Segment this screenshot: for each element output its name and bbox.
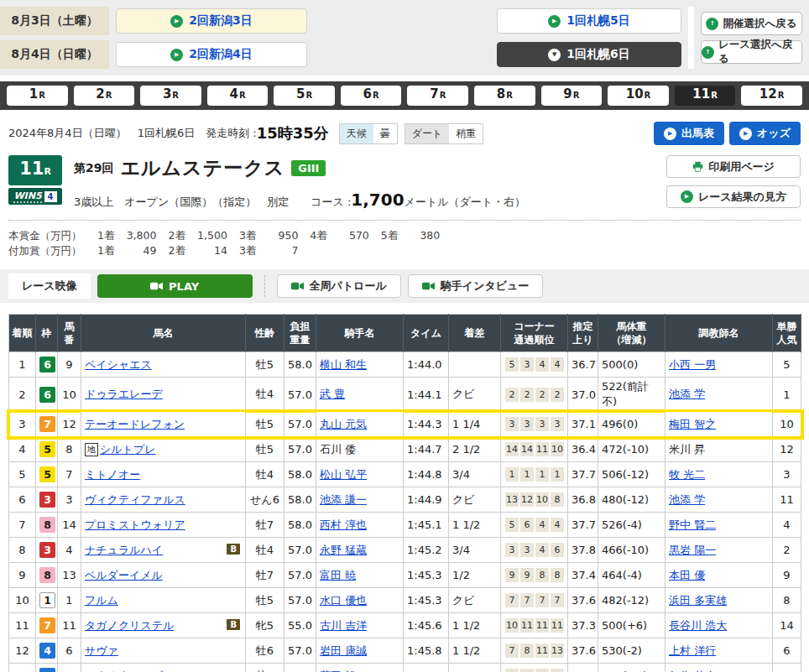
- jockey-link[interactable]: 水口 優也: [320, 594, 367, 607]
- nav-row-sunday: 8月4日（日曜） ▶2回新潟4日 ▼1回札幌6日: [0, 40, 688, 69]
- race-tab-7r[interactable]: 7R: [407, 86, 468, 106]
- body-weight: 506(-12): [598, 462, 665, 487]
- trainer-link[interactable]: 黒岩 陽一: [669, 544, 716, 556]
- race-tab-4r[interactable]: 4R: [207, 86, 269, 106]
- jockey-link[interactable]: 池添 謙一: [320, 493, 367, 506]
- link-sapporo-day6-current[interactable]: ▼1回札幌6日: [497, 42, 681, 67]
- carried-weight: 57.0: [284, 638, 316, 664]
- corner-positions: 1312108: [501, 487, 568, 513]
- horse-number: 11: [58, 613, 81, 638]
- surface-label: ダート: [405, 124, 450, 143]
- odds-button[interactable]: ▶オッズ: [729, 122, 801, 145]
- trainer-cell: 矢作 芳人: [665, 664, 773, 672]
- horse-link[interactable]: シルトプレ: [100, 443, 156, 456]
- link-niigata-day3[interactable]: ▶2回新潟3日: [116, 8, 307, 34]
- trainer-link[interactable]: 野中 賢二: [669, 518, 716, 531]
- race-number-suffix: R: [44, 166, 50, 177]
- trainer-link[interactable]: 長谷川 浩大: [669, 619, 727, 632]
- corner-position: 12: [520, 492, 534, 507]
- trainer-link[interactable]: 本田 優: [669, 569, 705, 581]
- frame-number-badge: 8: [39, 567, 55, 583]
- horse-name-cell: サヴァ: [81, 638, 246, 664]
- patrol-video-button[interactable]: 全周パトロール: [277, 274, 401, 298]
- back-to-race-select-button[interactable]: ↑レース選択へ戻る: [701, 40, 802, 64]
- horse-link[interactable]: テーオードレフォン: [85, 418, 185, 430]
- arrow-right-icon: ▶: [739, 128, 752, 140]
- jockey-link[interactable]: 古川 吉洋: [320, 619, 367, 632]
- horse-link[interactable]: ミトノオー: [85, 468, 140, 481]
- jockey-link[interactable]: 西村 淳也: [320, 518, 367, 531]
- frame-cell: 7: [36, 412, 58, 437]
- jockey-link[interactable]: 富田 暁: [320, 569, 356, 581]
- horse-link[interactable]: タガノクリステル: [85, 619, 174, 632]
- trainer-link[interactable]: 上村 洋行: [669, 644, 716, 657]
- jockey-link[interactable]: 横山 和生: [320, 358, 367, 371]
- race-tab-6r[interactable]: 6R: [341, 86, 402, 106]
- link-sapporo-day5[interactable]: ▶1回札幌5日: [497, 8, 681, 34]
- horse-link[interactable]: サヴァ: [85, 644, 118, 657]
- trainer-link[interactable]: 小西 一男: [669, 358, 716, 371]
- print-page-button[interactable]: 印刷用ページ: [666, 155, 801, 178]
- margin: 3/4: [449, 462, 501, 487]
- jockey-interview-button[interactable]: 騎手インタビュー: [408, 274, 544, 298]
- corner-positions: 3346: [501, 538, 568, 563]
- margin: [449, 352, 501, 378]
- jockey-link[interactable]: 武 豊: [320, 388, 345, 400]
- trainer-link[interactable]: 梅田 智之: [669, 418, 716, 430]
- race-tab-10r[interactable]: 10R: [608, 86, 669, 106]
- blinker-badge: B: [227, 544, 240, 555]
- weather-label: 天候: [340, 124, 373, 143]
- jockey-cell: 松山 弘平: [316, 462, 404, 487]
- jockey-cell: 横山 和生: [316, 352, 404, 378]
- race-tab-1r[interactable]: 1R: [7, 86, 68, 106]
- trainer-link[interactable]: 池添 学: [669, 388, 705, 400]
- horse-link[interactable]: フルム: [85, 594, 118, 607]
- win-popularity: 10: [773, 412, 801, 437]
- race-tab-8r[interactable]: 8R: [474, 86, 535, 106]
- race-tab-9r[interactable]: 9R: [541, 86, 603, 106]
- start-time-label: 発走時刻 :: [206, 126, 257, 141]
- horse-link[interactable]: ナチュラルハイ: [85, 544, 163, 556]
- play-video-button[interactable]: PLAY: [97, 274, 253, 298]
- result-guide-button[interactable]: ▶レース結果の見方: [666, 185, 801, 208]
- horse-link[interactable]: ペイシャエス: [85, 358, 152, 371]
- race-tab-12r[interactable]: 12R: [741, 86, 802, 106]
- race-tab-5r[interactable]: 5R: [274, 86, 335, 106]
- trainer-link[interactable]: 牧 光二: [669, 468, 705, 481]
- trainer-link[interactable]: 池添 学: [669, 493, 705, 506]
- main-prize-items: 1着3,8002着1,5003着9504着5705着380: [86, 229, 440, 243]
- jockey-link[interactable]: 松山 弘平: [320, 468, 367, 481]
- horse-link[interactable]: ヴィクティファルス: [85, 493, 185, 506]
- back-to-meeting-select-button[interactable]: ↑開催選択へ戻る: [701, 12, 802, 35]
- trainer-link[interactable]: 浜田 多実雄: [669, 594, 727, 607]
- corner-position: 4: [551, 518, 564, 532]
- corner-position: 10: [551, 442, 564, 456]
- finish-position: 12: [9, 638, 36, 664]
- frame-cell: 8: [36, 563, 58, 588]
- sex-age: 牡4: [246, 538, 284, 563]
- surface-value: 稍重: [449, 124, 483, 143]
- corner-positions: 3333: [501, 412, 568, 437]
- frame-cell: 1: [36, 588, 58, 613]
- horse-link[interactable]: ベルダーイメル: [85, 569, 163, 581]
- horse-name-cell: テーオードレフォン: [81, 412, 246, 437]
- frame-number-badge: 5: [39, 441, 55, 457]
- prize-amount: 49: [114, 244, 156, 257]
- entry-table-button[interactable]: ▶出馬表: [654, 122, 724, 145]
- horse-link[interactable]: プロミストウォリア: [85, 518, 185, 531]
- race-tab-11r[interactable]: 11R: [675, 86, 736, 106]
- jockey-link[interactable]: 岩田 康誠: [320, 644, 367, 657]
- race-tab-3r[interactable]: 3R: [140, 86, 201, 106]
- corner-position: 4: [535, 543, 549, 557]
- jockey-link[interactable]: 永野 猛蔵: [320, 544, 367, 556]
- body-weight: 526(-4): [598, 513, 665, 538]
- corner-position: 7: [520, 593, 534, 607]
- horse-link[interactable]: ドゥラエレーデ: [85, 388, 163, 400]
- link-niigata-day4[interactable]: ▶2回新潟4日: [116, 42, 307, 67]
- frame-number-badge: 4: [39, 668, 55, 672]
- jockey-link[interactable]: 丸山 元気: [320, 418, 367, 430]
- race-tab-2r[interactable]: 2R: [74, 86, 135, 106]
- finish-position: 9: [9, 563, 36, 588]
- surface-chip: ダート稍重: [404, 123, 484, 144]
- corner-position: 8: [535, 568, 549, 582]
